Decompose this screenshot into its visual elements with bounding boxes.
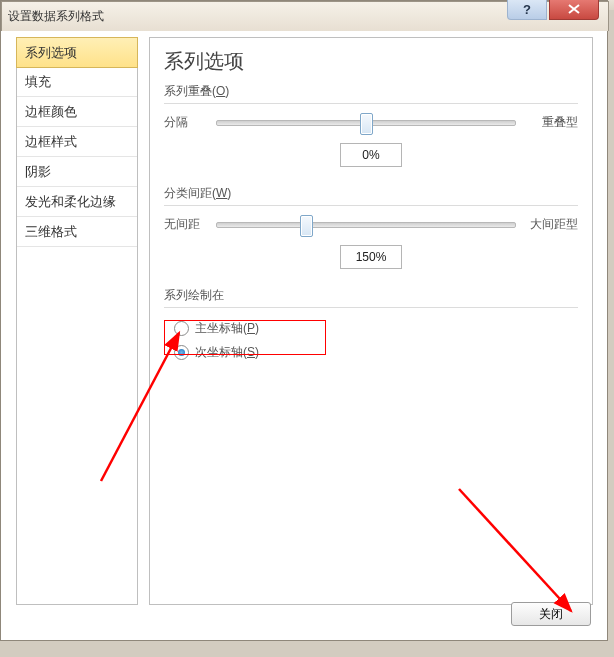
sidebar-item-fill[interactable]: 填充 bbox=[17, 67, 137, 97]
divider bbox=[164, 103, 578, 104]
dialog-window: 设置数据系列格式 ? 系列选项 填充 边框颜色 边框样式 阴影 发光和柔化边缘 bbox=[0, 0, 608, 641]
sidebar-item-border-style[interactable]: 边框样式 bbox=[17, 127, 137, 157]
sidebar-item-label: 边框颜色 bbox=[25, 104, 77, 119]
sidebar: 系列选项 填充 边框颜色 边框样式 阴影 发光和柔化边缘 三维格式 bbox=[16, 37, 138, 605]
radio-label: 主坐标轴(P) bbox=[195, 320, 259, 337]
overlap-slider-thumb[interactable] bbox=[360, 113, 373, 135]
gap-right-label: 大间距型 bbox=[522, 216, 578, 233]
sidebar-item-3d-format[interactable]: 三维格式 bbox=[17, 217, 137, 247]
divider bbox=[164, 205, 578, 206]
dialog-footer: 关闭 bbox=[511, 602, 591, 626]
sidebar-item-label: 边框样式 bbox=[25, 134, 77, 149]
radio-icon bbox=[174, 345, 189, 360]
sidebar-item-label: 三维格式 bbox=[25, 224, 77, 239]
overlap-value[interactable]: 0% bbox=[340, 143, 402, 167]
help-icon: ? bbox=[523, 2, 531, 17]
overlap-slider-row: 分隔 重叠型 bbox=[164, 114, 578, 131]
sidebar-item-glow[interactable]: 发光和柔化边缘 bbox=[17, 187, 137, 217]
sidebar-item-label: 发光和柔化边缘 bbox=[25, 194, 116, 209]
sidebar-item-label: 系列选项 bbox=[25, 45, 77, 60]
overlap-slider[interactable] bbox=[216, 120, 516, 126]
sidebar-item-series-options[interactable]: 系列选项 bbox=[16, 37, 138, 68]
window-buttons: ? bbox=[507, 0, 599, 20]
overlap-right-label: 重叠型 bbox=[522, 114, 578, 131]
radio-icon bbox=[174, 321, 189, 336]
divider bbox=[164, 307, 578, 308]
gap-value[interactable]: 150% bbox=[340, 245, 402, 269]
sidebar-item-label: 填充 bbox=[25, 74, 51, 89]
close-button[interactable]: 关闭 bbox=[511, 602, 591, 626]
close-icon bbox=[568, 2, 580, 17]
radio-primary-axis[interactable]: 主坐标轴(P) bbox=[174, 318, 578, 338]
sidebar-item-shadow[interactable]: 阴影 bbox=[17, 157, 137, 187]
gap-slider[interactable] bbox=[216, 222, 516, 228]
gap-group-title: 分类间距(W) bbox=[164, 185, 578, 202]
radio-secondary-axis[interactable]: 次坐标轴(S) bbox=[174, 342, 578, 362]
ploton-group-title: 系列绘制在 bbox=[164, 287, 578, 304]
help-button[interactable]: ? bbox=[507, 0, 547, 20]
gap-left-label: 无间距 bbox=[164, 216, 210, 233]
overlap-left-label: 分隔 bbox=[164, 114, 210, 131]
gap-slider-thumb[interactable] bbox=[300, 215, 313, 237]
radio-label: 次坐标轴(S) bbox=[195, 344, 259, 361]
gap-slider-row: 无间距 大间距型 bbox=[164, 216, 578, 233]
sidebar-item-label: 阴影 bbox=[25, 164, 51, 179]
window-close-button[interactable] bbox=[549, 0, 599, 20]
panel-heading: 系列选项 bbox=[164, 48, 578, 75]
sidebar-item-border-color[interactable]: 边框颜色 bbox=[17, 97, 137, 127]
overlap-group-title: 系列重叠(O) bbox=[164, 83, 578, 100]
content-panel: 系列选项 系列重叠(O) 分隔 重叠型 0% 分类间距(W) 无间距 大间距型 bbox=[149, 37, 593, 605]
